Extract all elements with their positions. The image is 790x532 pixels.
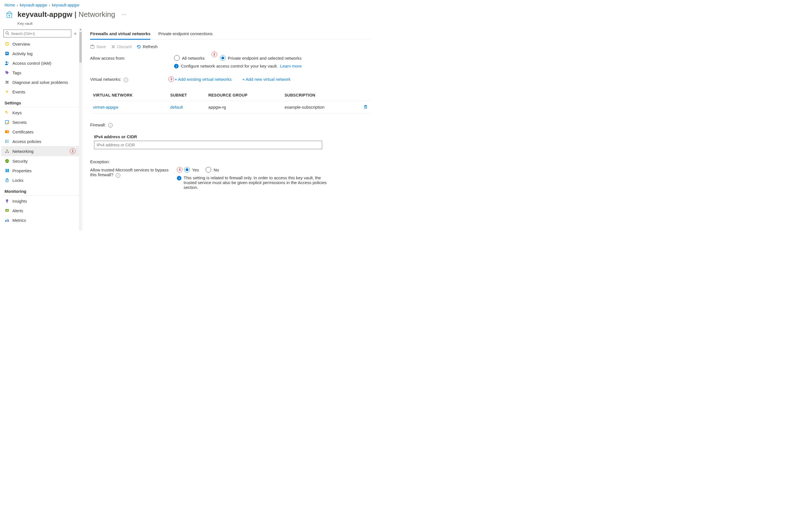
sidebar-item-events[interactable]: Events bbox=[1, 87, 79, 97]
svg-rect-34 bbox=[7, 219, 7, 222]
sidebar-item-diagnose[interactable]: Diagnose and solve problems bbox=[1, 77, 79, 87]
events-icon bbox=[4, 89, 10, 94]
info-icon[interactable]: i bbox=[108, 123, 113, 128]
save-icon bbox=[90, 44, 95, 49]
sub-cell: example-subscription bbox=[282, 101, 360, 113]
svg-point-21 bbox=[6, 150, 7, 151]
scrollbar-thumb[interactable] bbox=[79, 32, 82, 63]
sidebar-scrollbar[interactable]: ▲ bbox=[79, 28, 82, 230]
allow-access-label: Allow access from: bbox=[90, 55, 172, 60]
svg-rect-26 bbox=[8, 169, 9, 172]
info-icon[interactable]: i bbox=[124, 78, 128, 82]
info-icon[interactable]: i bbox=[116, 173, 120, 177]
sidebar-item-activity-log[interactable]: Activity log bbox=[1, 49, 79, 58]
nav-label: Diagnose and solve problems bbox=[13, 80, 68, 85]
nav-label: Properties bbox=[13, 168, 32, 173]
resource-type-label: Key vault bbox=[0, 21, 378, 25]
sidebar-search[interactable] bbox=[3, 30, 71, 37]
col-rg: RESOURCE GROUP bbox=[206, 90, 282, 101]
page-title: keyvault-appgw | Networking bbox=[17, 10, 115, 19]
breadcrumb-home[interactable]: Home bbox=[4, 3, 15, 7]
svg-point-13 bbox=[6, 72, 7, 72]
tags-icon bbox=[4, 70, 10, 75]
col-sub: SUBSCRIPTION bbox=[282, 90, 360, 101]
tabs: Firewalls and virtual networks Private e… bbox=[90, 29, 371, 40]
nav-group-monitoring: Monitoring bbox=[1, 185, 79, 196]
vnet-link[interactable]: virtnet-appgw bbox=[93, 105, 118, 110]
table-row: virtnet-appgw default appgw-rg example-s… bbox=[90, 101, 371, 113]
nav-group-settings: Settings bbox=[1, 97, 79, 107]
sidebar-item-alerts[interactable]: Alerts bbox=[1, 206, 79, 215]
sidebar-item-keys[interactable]: Keys bbox=[1, 108, 79, 117]
ipv4-header: IPv4 address or CIDR bbox=[90, 129, 371, 141]
tab-firewalls[interactable]: Firewalls and virtual networks bbox=[90, 29, 150, 40]
subnet-link[interactable]: default bbox=[170, 105, 183, 110]
sidebar-item-tags[interactable]: Tags bbox=[1, 68, 79, 77]
sidebar-item-locks[interactable]: Locks bbox=[1, 175, 79, 185]
certificates-icon bbox=[4, 129, 10, 134]
svg-point-12 bbox=[7, 62, 9, 63]
sidebar-item-insights[interactable]: Insights bbox=[1, 196, 79, 206]
virtual-networks-label: Virtual networks: i bbox=[90, 76, 166, 82]
tab-private-endpoints[interactable]: Private endpoint connections bbox=[158, 29, 213, 39]
chevron-right-icon: › bbox=[17, 3, 18, 7]
save-button[interactable]: Save bbox=[90, 44, 106, 49]
vnet-table: VIRTUAL NETWORK SUBNET RESOURCE GROUP SU… bbox=[90, 90, 371, 113]
radio-bypass-no[interactable]: No bbox=[206, 167, 219, 173]
sidebar-item-properties[interactable]: Properties bbox=[1, 166, 79, 175]
svg-rect-27 bbox=[6, 180, 8, 182]
svg-rect-30 bbox=[5, 209, 9, 212]
sidebar-item-metrics[interactable]: Metrics bbox=[1, 215, 79, 225]
add-new-vnet-link[interactable]: + Add new virtual network bbox=[242, 77, 290, 82]
sidebar-item-secrets[interactable]: Secrets bbox=[1, 117, 79, 127]
keys-icon bbox=[4, 110, 10, 115]
firewall-label: Firewall: i bbox=[90, 120, 371, 130]
svg-point-20 bbox=[7, 131, 8, 132]
breadcrumb-l2[interactable]: keyvault-appgw bbox=[52, 3, 79, 7]
learn-more-link[interactable]: Learn more bbox=[280, 63, 301, 69]
info-icon: i bbox=[174, 64, 179, 69]
access-policies-icon bbox=[4, 139, 10, 144]
sidebar-item-certificates[interactable]: Certificates bbox=[1, 127, 79, 136]
metrics-icon bbox=[4, 217, 10, 223]
annotation-3: 3 bbox=[168, 76, 174, 82]
radio-all-networks[interactable]: All networks bbox=[174, 55, 205, 61]
discard-button[interactable]: Discard bbox=[111, 44, 131, 49]
search-icon bbox=[5, 31, 9, 36]
col-subnet: SUBNET bbox=[168, 90, 206, 101]
trash-icon bbox=[363, 104, 368, 109]
sidebar: « Overview Activity log Access control (… bbox=[0, 28, 79, 230]
sidebar-item-overview[interactable]: Overview bbox=[1, 39, 79, 49]
svg-point-22 bbox=[5, 152, 6, 153]
nav-label: Alerts bbox=[13, 208, 23, 213]
svg-rect-32 bbox=[7, 210, 8, 211]
refresh-button[interactable]: Refresh bbox=[136, 44, 158, 49]
toolbar: Save Discard Refresh bbox=[90, 40, 371, 51]
radio-bypass-yes[interactable]: Yes bbox=[184, 167, 199, 173]
radio-selected-networks[interactable]: Private endpoint and selected networks bbox=[220, 55, 301, 61]
svg-rect-9 bbox=[6, 53, 8, 53]
sidebar-item-networking[interactable]: Networking 1 bbox=[1, 146, 79, 156]
keyvault-icon bbox=[4, 10, 14, 19]
diagnose-icon bbox=[4, 80, 10, 85]
bypass-firewall-label: Allow trusted Microsoft services to bypa… bbox=[90, 167, 174, 177]
sidebar-item-access-control[interactable]: Access control (IAM) bbox=[1, 58, 79, 68]
nav-label: Security bbox=[13, 159, 27, 164]
collapse-sidebar-button[interactable]: « bbox=[74, 31, 77, 36]
main-content: Firewalls and virtual networks Private e… bbox=[82, 28, 378, 230]
breadcrumb-l1[interactable]: keyvault-appgw bbox=[20, 3, 47, 7]
delete-row-button[interactable] bbox=[360, 101, 371, 113]
search-input[interactable] bbox=[11, 32, 69, 36]
sidebar-item-security[interactable]: Security bbox=[1, 156, 79, 166]
add-existing-vnet-link[interactable]: + Add existing virtual networks bbox=[174, 77, 232, 82]
properties-icon bbox=[4, 168, 10, 173]
ipv4-cidr-input[interactable] bbox=[94, 141, 322, 149]
refresh-icon bbox=[136, 44, 141, 49]
svg-rect-10 bbox=[6, 54, 8, 54]
sidebar-item-access-policies[interactable]: Access policies bbox=[1, 136, 79, 146]
more-button[interactable]: ⋯ bbox=[122, 11, 126, 17]
networking-icon bbox=[4, 149, 10, 154]
insights-icon bbox=[4, 198, 10, 204]
nav-label: Networking bbox=[13, 149, 34, 154]
svg-point-23 bbox=[7, 152, 9, 153]
